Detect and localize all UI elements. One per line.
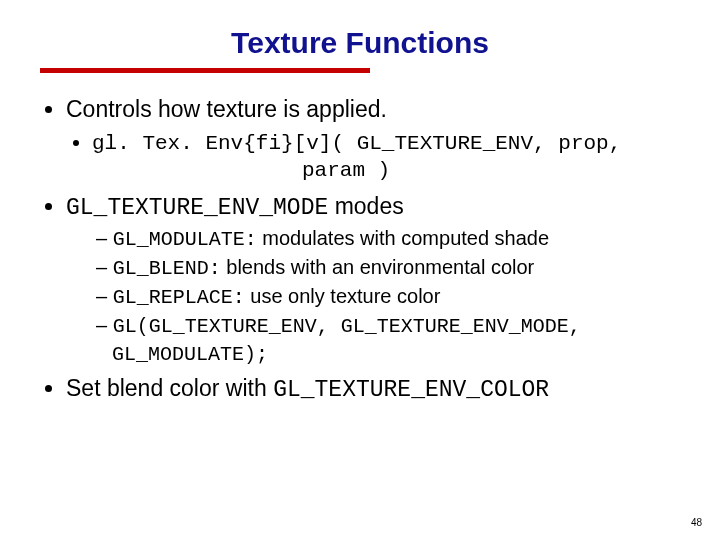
bullet-2-sub2-tail: blends with an environmental color (221, 256, 535, 278)
bullet-2-sub3-tail: use only texture color (245, 285, 441, 307)
bullet-2-sub2-code: GL_BLEND: (113, 257, 221, 280)
bullet-1-sub: gl. Tex. Env{fi}[v]( GL_TEXTURE_ENV, pro… (92, 128, 680, 185)
bullet-1-text: Controls how texture is applied. (66, 96, 387, 122)
bullet-list: Controls how texture is applied. gl. Tex… (46, 95, 680, 405)
bullet-2-sub1-tail: modulates with computed shade (257, 227, 549, 249)
bullet-2-sub1-code: GL_MODULATE: (113, 228, 257, 251)
bullet-2-sub1: GL_MODULATE: modulates with computed sha… (96, 225, 680, 253)
bullet-2-sublist: GL_MODULATE: modulates with computed sha… (66, 225, 680, 368)
bullet-2-sub4: GL(GL_TEXTURE_ENV, GL_TEXTURE_ENV_MODE, … (96, 312, 680, 368)
page-number: 48 (691, 517, 702, 528)
slide-title: Texture Functions (40, 26, 680, 60)
bullet-1-sublist: gl. Tex. Env{fi}[v]( GL_TEXTURE_ENV, pro… (66, 128, 680, 185)
slide-body: Texture Functions Controls how texture i… (0, 0, 720, 405)
bullet-2-sub3-code: GL_REPLACE: (113, 286, 245, 309)
bullet-1: Controls how texture is applied. gl. Tex… (66, 95, 680, 184)
bullet-3-code: GL_TEXTURE_ENV_COLOR (273, 377, 549, 403)
code-texenv-line1: gl. Tex. Env{fi}[v]( GL_TEXTURE_ENV, pro… (92, 130, 680, 157)
bullet-3-head: Set blend color with (66, 375, 273, 401)
bullet-2-tail: modes (328, 193, 403, 219)
bullet-2-sub4-code: GL(GL_TEXTURE_ENV, GL_TEXTURE_ENV_MODE, … (112, 315, 581, 366)
code-texenv-line2: param ) (92, 157, 680, 184)
bullet-2-code: GL_TEXTURE_ENV_MODE (66, 195, 328, 221)
bullet-2: GL_TEXTURE_ENV_MODE modes GL_MODULATE: m… (66, 192, 680, 368)
bullet-3: Set blend color with GL_TEXTURE_ENV_COLO… (66, 374, 680, 405)
bullet-2-sub2: GL_BLEND: blends with an environmental c… (96, 254, 680, 282)
title-underline (40, 68, 370, 73)
bullet-2-sub3: GL_REPLACE: use only texture color (96, 283, 680, 311)
